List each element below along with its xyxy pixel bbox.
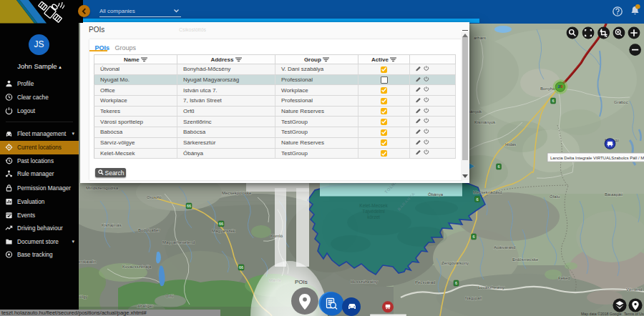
svg-text:6: 6 bbox=[497, 164, 499, 169]
svg-text:Terms of Use: Terms of Use bbox=[624, 312, 644, 316]
svg-text:Magyarszék: Magyarszék bbox=[212, 229, 235, 233]
svg-text:Hosszúhetény: Hosszúhetény bbox=[351, 280, 378, 284]
svg-text:Kelet-Mecsek: Kelet-Mecsek bbox=[359, 203, 388, 208]
svg-text:66: 66 bbox=[219, 222, 223, 226]
svg-text:6: 6 bbox=[472, 234, 474, 239]
svg-text:Abaliget: Abaliget bbox=[137, 304, 153, 308]
svg-text:Feked: Feked bbox=[558, 276, 570, 280]
svg-text:Szentkatalin: Szentkatalin bbox=[79, 260, 97, 264]
svg-text:Pécsvárad: Pécsvárad bbox=[415, 280, 435, 285]
svg-text:Bodolyabér: Bodolyabér bbox=[138, 228, 160, 232]
svg-text:Komló: Komló bbox=[270, 234, 283, 238]
svg-text:Mecseknádasd: Mecseknádasd bbox=[473, 190, 502, 194]
svg-text:Oroszló: Oroszló bbox=[147, 195, 162, 199]
svg-text:Lancia Delta Integrale VIRTUAL: Lancia Delta Integrale VIRTUALSzabolcs P… bbox=[550, 156, 644, 160]
svg-text:6: 6 bbox=[455, 281, 457, 285]
svg-text:Nagypall: Nagypall bbox=[465, 296, 482, 300]
svg-text:Hidas: Hidas bbox=[505, 142, 516, 147]
svg-text:Kovácsszénája: Kovácsszénája bbox=[122, 265, 152, 269]
svg-text:Map data ©2018 Google: Map data ©2018 Google bbox=[581, 312, 622, 316]
svg-text:Apátvarasd: Apátvarasd bbox=[494, 245, 515, 250]
svg-text:korvölgy: korvölgy bbox=[79, 295, 87, 299]
svg-text:Zengővárkony: Zengővárkony bbox=[441, 261, 469, 265]
svg-text:6: 6 bbox=[476, 197, 478, 202]
svg-text:Bátaapáti: Bátaapáti bbox=[605, 192, 623, 197]
svg-text:körzet: körzet bbox=[367, 214, 380, 219]
svg-text:6: 6 bbox=[552, 99, 554, 103]
svg-text:Véménd: Véménd bbox=[626, 287, 642, 292]
svg-text:POIs: POIs bbox=[295, 279, 308, 285]
svg-text:Tájvédelmi: Tájvédelmi bbox=[362, 209, 384, 214]
svg-text:66: 66 bbox=[187, 204, 191, 208]
svg-text:Erdősmecske: Erdősmecske bbox=[512, 257, 539, 262]
svg-text:Kismányok: Kismányok bbox=[474, 120, 496, 124]
svg-text:Orfű: Orfű bbox=[165, 294, 174, 298]
svg-text:Grábóc: Grábóc bbox=[614, 100, 628, 104]
svg-text:Mindszentgodisa: Mindszentgodisa bbox=[86, 186, 119, 190]
svg-text:arhant: arhant bbox=[474, 36, 486, 40]
svg-text:Mecsekpölöske: Mecsekpölöske bbox=[222, 191, 252, 195]
svg-text:2/0: 2/0 bbox=[558, 84, 563, 89]
svg-text:Óbánya: Óbánya bbox=[428, 192, 444, 197]
svg-text:Ófalu: Ófalu bbox=[550, 194, 560, 199]
svg-text:Magyarhertelend: Magyarhertelend bbox=[162, 240, 195, 245]
svg-text:Kishajmás: Kishajmás bbox=[102, 223, 122, 227]
svg-text:66: 66 bbox=[239, 265, 243, 270]
svg-text:Lovászhetény: Lovászhetény bbox=[478, 285, 504, 290]
